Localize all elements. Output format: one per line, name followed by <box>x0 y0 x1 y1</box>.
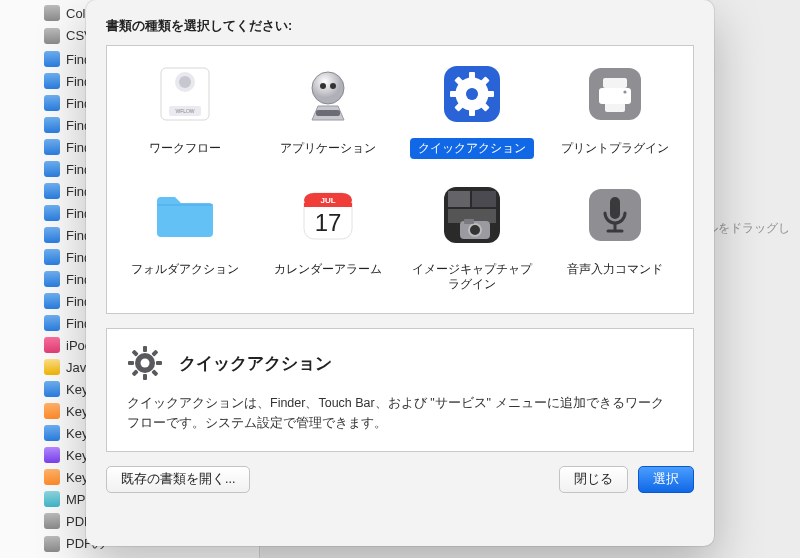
template-row: WFLOW ワークフロー アプリケーション <box>113 58 687 159</box>
svg-point-6 <box>330 83 336 89</box>
tile-label: イメージキャプチャプラグイン <box>404 259 540 295</box>
app-icon <box>44 139 60 155</box>
app-icon <box>44 536 60 552</box>
svg-point-28 <box>469 224 481 236</box>
tile-folder-action[interactable]: フォルダアクション <box>117 179 253 295</box>
tile-label: フォルダアクション <box>123 259 247 280</box>
calendar-alarm-icon: JUL 17 <box>292 179 364 251</box>
app-icon <box>44 227 60 243</box>
svg-point-36 <box>141 359 150 368</box>
template-grid: WFLOW ワークフロー アプリケーション <box>106 45 694 314</box>
application-icon <box>292 58 364 130</box>
app-icon <box>44 73 60 89</box>
svg-point-4 <box>312 72 344 104</box>
folder-action-icon <box>149 179 221 251</box>
quick-action-icon <box>436 58 508 130</box>
tile-application[interactable]: アプリケーション <box>260 58 396 159</box>
app-icon <box>44 513 60 529</box>
app-icon <box>44 337 60 353</box>
app-icon <box>44 28 60 44</box>
app-icon <box>44 293 60 309</box>
app-icon <box>44 315 60 331</box>
image-capture-plugin-icon <box>436 179 508 251</box>
svg-rect-34 <box>143 346 147 352</box>
choose-button[interactable]: 選択 <box>638 466 694 493</box>
svg-rect-14 <box>603 78 627 88</box>
button-row: 既存の書類を開く... 閉じる 選択 <box>106 466 694 493</box>
app-icon <box>44 271 60 287</box>
svg-point-17 <box>624 90 627 93</box>
tile-label: カレンダーアラーム <box>266 259 390 280</box>
svg-point-3 <box>179 76 191 88</box>
app-icon <box>44 183 60 199</box>
svg-rect-25 <box>472 191 496 207</box>
template-chooser-sheet: 書類の種類を選択してください: WFLOW ワークフロー <box>86 0 714 546</box>
svg-rect-7 <box>316 110 340 116</box>
tile-workflow[interactable]: WFLOW ワークフロー <box>117 58 253 159</box>
tile-label: プリントプラグイン <box>553 138 677 159</box>
app-icon <box>44 425 60 441</box>
app-icon <box>44 447 60 463</box>
app-icon <box>44 249 60 265</box>
svg-point-5 <box>320 83 326 89</box>
svg-rect-16 <box>605 100 625 112</box>
sheet-prompt: 書類の種類を選択してください: <box>106 18 694 35</box>
svg-text:17: 17 <box>315 209 342 236</box>
svg-rect-24 <box>448 191 470 207</box>
svg-text:JUL: JUL <box>321 196 336 205</box>
app-icon <box>44 381 60 397</box>
detail-description: クイックアクションは、Finder、Touch Bar、および "サービス" メ… <box>125 393 675 433</box>
app-icon <box>44 51 60 67</box>
app-icon <box>44 117 60 133</box>
workflow-icon: WFLOW <box>149 58 221 130</box>
app-icon <box>44 403 60 419</box>
tile-label: ワークフロー <box>141 138 229 159</box>
tile-dictation-command[interactable]: 音声入力コマンド <box>547 179 683 295</box>
app-icon <box>44 205 60 221</box>
svg-point-12 <box>466 88 478 100</box>
app-icon <box>44 359 60 375</box>
app-icon <box>44 5 60 21</box>
gear-icon <box>125 343 165 383</box>
svg-rect-29 <box>464 219 474 224</box>
app-icon <box>44 95 60 111</box>
dictation-command-icon <box>579 179 651 251</box>
tile-quick-action[interactable]: クイックアクション <box>404 58 540 159</box>
detail-title: クイックアクション <box>179 352 332 375</box>
svg-text:WFLOW: WFLOW <box>175 108 194 114</box>
tile-label: アプリケーション <box>272 138 384 159</box>
app-icon <box>44 491 60 507</box>
tile-image-capture-plugin[interactable]: イメージキャプチャプラグイン <box>404 179 540 295</box>
tile-calendar-alarm[interactable]: JUL 17 カレンダーアラーム <box>260 179 396 295</box>
print-plugin-icon <box>579 58 651 130</box>
tile-label: 音声入力コマンド <box>559 259 671 280</box>
tile-label: クイックアクション <box>410 138 534 159</box>
svg-rect-31 <box>610 197 620 219</box>
template-row: フォルダアクション JUL 17 カレンダーアラーム <box>113 179 687 295</box>
open-existing-button[interactable]: 既存の書類を開く... <box>106 466 250 493</box>
close-button[interactable]: 閉じる <box>559 466 628 493</box>
tile-print-plugin[interactable]: プリントプラグイン <box>547 58 683 159</box>
app-icon <box>44 469 60 485</box>
app-icon <box>44 161 60 177</box>
detail-panel: クイックアクション クイックアクションは、Finder、Touch Bar、およ… <box>106 328 694 452</box>
